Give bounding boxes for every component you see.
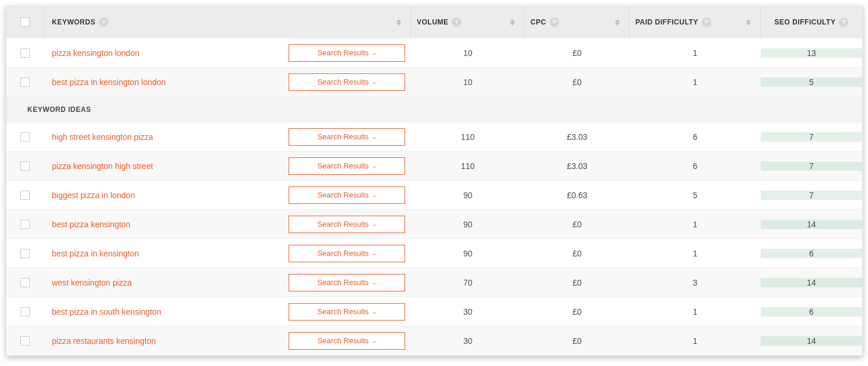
button-label: Search Results (317, 278, 368, 287)
help-icon[interactable]: ? (839, 17, 848, 27)
cell-seo-difficulty: 13 (761, 48, 862, 58)
help-icon[interactable]: ? (99, 17, 108, 27)
search-results-button[interactable]: Search Results⌄ (289, 303, 405, 321)
button-label: Search Results (317, 78, 368, 86)
row-checkbox-cell (6, 161, 44, 171)
keyword-link[interactable]: pizza kensington high street (52, 161, 153, 171)
cell-seo-difficulty: 6 (761, 307, 862, 316)
row-checkbox-cell (6, 249, 44, 258)
cell-volume: 70 (411, 278, 525, 287)
header-checkbox-cell (6, 6, 44, 38)
cell-volume: 30 (411, 307, 525, 316)
button-label: Search Results (317, 48, 368, 57)
row-checkbox[interactable] (20, 48, 30, 58)
row-checkbox[interactable] (20, 132, 30, 142)
header-label: KEYWORDS (52, 18, 96, 26)
row-checkbox-cell (6, 48, 44, 58)
header-volume[interactable]: VOLUME ? (411, 6, 525, 38)
cell-seo-difficulty: 5 (761, 78, 862, 87)
cell-paid-difficulty: 3 (630, 278, 761, 287)
keyword-link[interactable]: best pizza kensington (52, 220, 131, 229)
chevron-down-icon: ⌄ (372, 50, 377, 56)
search-results-button[interactable]: Search Results⌄ (289, 73, 405, 91)
keyword-link[interactable]: pizza restaurants kensington (52, 336, 156, 346)
search-results-button[interactable]: Search Results⌄ (289, 128, 405, 146)
cell-keyword: biggest pizza in londonSearch Results⌄ (44, 186, 411, 204)
chevron-down-icon: ⌄ (372, 79, 377, 85)
row-checkbox-cell (6, 191, 44, 200)
cell-cpc: £0.63 (525, 191, 630, 200)
cell-volume: 10 (411, 48, 525, 58)
cell-seo-difficulty: 7 (761, 191, 862, 200)
cell-seo-difficulty: 6 (761, 249, 862, 258)
row-checkbox[interactable] (20, 78, 30, 87)
row-checkbox[interactable] (20, 307, 30, 316)
keyword-link[interactable]: biggest pizza in london (52, 191, 135, 200)
chevron-down-icon: ⌄ (372, 163, 377, 169)
cell-paid-difficulty: 1 (630, 220, 761, 229)
keyword-link[interactable]: west kensington pizza (52, 278, 132, 287)
row-checkbox[interactable] (20, 220, 30, 229)
chevron-down-icon: ⌄ (372, 133, 377, 140)
cell-paid-difficulty: 1 (630, 336, 761, 346)
cell-cpc: £3.03 (525, 161, 630, 171)
row-checkbox[interactable] (20, 336, 30, 346)
cell-volume: 30 (411, 336, 525, 346)
help-icon[interactable]: ? (452, 17, 461, 27)
cell-cpc: £0 (525, 220, 630, 229)
table-row: best pizza in kensingtonSearch Results⌄9… (6, 239, 862, 268)
table-row: pizza restaurants kensingtonSearch Resul… (6, 326, 862, 356)
help-icon[interactable]: ? (702, 17, 711, 27)
header-keywords[interactable]: KEYWORDS ? (44, 6, 411, 38)
keyword-link[interactable]: best pizza in kensington (52, 249, 139, 258)
header-seo-difficulty[interactable]: SEO DIFFICULTY ? (761, 6, 862, 38)
cell-volume: 10 (411, 78, 525, 87)
select-all-checkbox[interactable] (20, 17, 30, 27)
table-row: best pizza kensingtonSearch Results⌄90£0… (6, 210, 862, 239)
keyword-link[interactable]: pizza kensington london (52, 48, 139, 58)
row-checkbox[interactable] (20, 278, 30, 287)
cell-volume: 90 (411, 220, 525, 229)
sort-toggle[interactable] (746, 19, 754, 26)
search-results-button[interactable]: Search Results⌄ (289, 186, 405, 204)
row-checkbox[interactable] (20, 191, 30, 200)
table-row: pizza kensington londonSearch Results⌄10… (6, 38, 862, 68)
keyword-link[interactable]: high street kensington pizza (52, 132, 153, 142)
cell-cpc: £0 (525, 278, 630, 287)
row-checkbox[interactable] (20, 249, 30, 258)
cell-keyword: high street kensington pizzaSearch Resul… (44, 128, 411, 146)
search-results-button[interactable]: Search Results⌄ (289, 274, 405, 291)
keyword-link[interactable]: best pizza in kensington london (52, 78, 166, 87)
sort-toggle[interactable] (510, 19, 518, 26)
search-results-button[interactable]: Search Results⌄ (289, 157, 405, 175)
sort-toggle[interactable] (615, 19, 623, 26)
search-results-button[interactable]: Search Results⌄ (289, 245, 405, 262)
cell-keyword: pizza kensington high streetSearch Resul… (44, 157, 411, 175)
cell-seo-difficulty: 7 (761, 161, 862, 171)
row-checkbox-cell (6, 78, 44, 87)
cell-paid-difficulty: 5 (630, 191, 761, 200)
cell-keyword: west kensington pizzaSearch Results⌄ (44, 274, 411, 291)
table-row: west kensington pizzaSearch Results⌄70£0… (6, 268, 862, 297)
cell-keyword: best pizza kensingtonSearch Results⌄ (44, 216, 411, 233)
keyword-link[interactable]: best pizza in south kensington (52, 307, 161, 316)
search-results-button[interactable]: Search Results⌄ (289, 332, 405, 350)
row-checkbox-cell (6, 132, 44, 142)
button-label: Search Results (317, 191, 368, 199)
row-checkbox[interactable] (20, 161, 30, 171)
cell-keyword: best pizza in kensington londonSearch Re… (44, 73, 411, 91)
help-icon[interactable]: ? (550, 17, 559, 27)
button-label: Search Results (317, 132, 368, 141)
search-results-button[interactable]: Search Results⌄ (289, 44, 405, 62)
header-paid-difficulty[interactable]: PAID DIFFICULTY ? (630, 6, 761, 38)
sort-toggle[interactable] (396, 19, 405, 26)
chevron-down-icon: ⌄ (372, 279, 377, 286)
cell-keyword: best pizza in kensingtonSearch Results⌄ (44, 245, 411, 262)
button-label: Search Results (317, 336, 368, 345)
cell-paid-difficulty: 1 (630, 307, 761, 316)
header-cpc[interactable]: CPC ? (525, 6, 630, 38)
cell-seo-difficulty: 14 (761, 220, 862, 229)
table-row: best pizza in south kensingtonSearch Res… (6, 297, 862, 326)
cell-paid-difficulty: 6 (630, 132, 761, 142)
search-results-button[interactable]: Search Results⌄ (289, 216, 405, 233)
